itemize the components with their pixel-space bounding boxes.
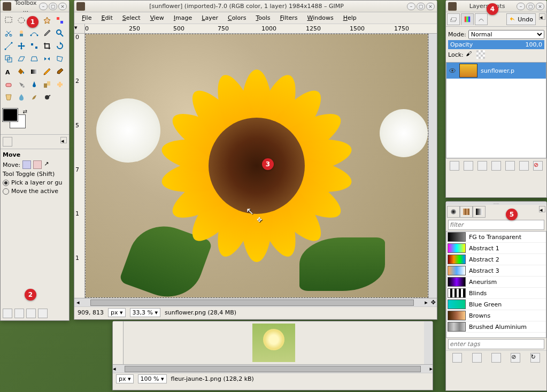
delete-gradient-button[interactable]: ⊘ — [511, 353, 520, 363]
smudge-tool[interactable] — [28, 91, 40, 103]
canvas[interactable] — [124, 321, 424, 364]
blend-tool[interactable] — [28, 66, 40, 78]
crop-tool[interactable] — [41, 40, 53, 52]
toolbox-titlebar[interactable]: Toolbox ... – ▢ × — [1, 1, 69, 12]
radio-move-active[interactable] — [3, 188, 9, 195]
perspective-clone-tool[interactable] — [3, 91, 14, 103]
close-button[interactable]: × — [536, 3, 544, 10]
visibility-icon[interactable] — [449, 67, 456, 74]
mode-select[interactable]: Normal — [468, 30, 544, 39]
rect-select-tool[interactable] — [3, 14, 14, 26]
menu-filters[interactable]: Filters — [276, 13, 302, 22]
layer-group-button[interactable] — [464, 161, 473, 171]
new-layer-button[interactable] — [450, 161, 459, 171]
pencil-tool[interactable] — [41, 66, 53, 78]
ruler-vertical[interactable] — [113, 321, 124, 364]
menu-image[interactable]: Image — [170, 13, 196, 22]
airbrush-tool[interactable] — [16, 79, 27, 90]
menu-colors[interactable]: Colors — [224, 13, 250, 22]
paths-tool[interactable] — [28, 27, 40, 39]
tab-gradients-icon[interactable] — [473, 206, 486, 218]
ellipse-select-tool[interactable] — [16, 14, 27, 26]
anchor-layer-button[interactable] — [519, 161, 529, 171]
delete-options-button[interactable] — [26, 309, 36, 318]
measure-tool[interactable] — [3, 40, 14, 52]
menu-help[interactable]: Help — [339, 13, 361, 22]
scrollbar-vertical[interactable] — [424, 321, 433, 364]
dock-menu-icon[interactable]: ◂ — [539, 13, 545, 20]
opacity-slider[interactable]: Opacity 100,0 — [448, 40, 544, 49]
minimize-button[interactable]: – — [407, 3, 415, 10]
tool-options-tab[interactable] — [3, 137, 12, 147]
tags-input[interactable] — [448, 339, 544, 349]
ruler-horizontal[interactable]: 0 250 500 750 1000 1250 1500 1750 — [85, 24, 437, 34]
move-tool[interactable] — [16, 40, 27, 52]
ruler-corner[interactable]: ▾ — [74, 24, 85, 34]
maximize-button[interactable]: ▢ — [526, 3, 535, 10]
delete-layer-button[interactable]: ⊘ — [533, 161, 543, 171]
undo-button[interactable]: Undo — [506, 13, 536, 25]
minimize-button[interactable]: – — [39, 3, 48, 10]
color-picker-tool[interactable] — [41, 27, 53, 39]
menu-windows[interactable]: Windows — [303, 13, 338, 22]
fg-color-swatch[interactable] — [3, 109, 18, 121]
scale-tool[interactable] — [3, 53, 14, 65]
swap-colors-icon[interactable]: ⇄ — [23, 109, 27, 114]
gradient-item[interactable]: Abstract 2 — [446, 254, 546, 265]
gradient-item[interactable]: Brushed Aluminium — [446, 321, 546, 333]
save-options-button[interactable] — [3, 309, 12, 318]
ruler-vertical[interactable]: 0 2 5 7 1 1 — [74, 34, 85, 298]
gradient-item[interactable]: Browns — [446, 310, 546, 321]
gradient-item[interactable]: Abstract 1 — [446, 243, 546, 254]
main-titlebar[interactable]: [sunflower] (imported)-7.0 (RGB color, 1… — [74, 1, 437, 12]
tab-channels-icon[interactable] — [461, 13, 474, 25]
tab-layers-icon[interactable] — [447, 13, 460, 25]
clone-tool[interactable] — [41, 79, 53, 90]
restore-options-button[interactable] — [14, 309, 24, 318]
move-path-icon[interactable]: ↗ — [44, 160, 52, 169]
filter-input[interactable] — [448, 220, 544, 230]
color-swatches[interactable]: ⇄ — [3, 109, 29, 131]
dock-menu-icon[interactable]: ◂ — [539, 206, 545, 212]
minimize-button[interactable]: – — [517, 3, 525, 10]
rotate-tool[interactable] — [54, 40, 66, 52]
menu-tools[interactable]: Tools — [251, 13, 274, 22]
dodge-tool[interactable] — [41, 91, 53, 103]
scissors-tool[interactable] — [3, 27, 14, 39]
layer-item[interactable]: sunflower.p — [446, 63, 546, 79]
menu-view[interactable]: View — [146, 13, 168, 22]
close-button[interactable]: × — [426, 3, 435, 10]
by-color-select-tool[interactable] — [54, 14, 66, 26]
menu-file[interactable]: File — [78, 13, 96, 22]
move-layer-icon[interactable] — [22, 160, 31, 169]
lower-layer-button[interactable] — [491, 161, 501, 171]
menu-select[interactable]: Select — [118, 13, 145, 22]
nav-icon[interactable]: ✥ — [430, 299, 437, 306]
gradient-item[interactable]: Blue Green — [446, 299, 546, 310]
status-zoom[interactable]: 33,3 % ▾ — [130, 308, 160, 317]
ink-tool[interactable] — [28, 79, 40, 90]
maximize-button[interactable]: ▢ — [417, 3, 425, 10]
tab-patterns-icon[interactable] — [460, 206, 473, 218]
edit-gradient-button[interactable] — [452, 353, 462, 363]
bucket-fill-tool[interactable] — [16, 66, 27, 78]
scrollbar-horizontal[interactable]: ◂▸ — [113, 364, 433, 373]
tab-brushes-icon[interactable] — [447, 206, 460, 218]
maximize-button[interactable]: ▢ — [49, 3, 57, 10]
gradient-item[interactable]: Blinds — [446, 288, 546, 299]
zoom-tool[interactable] — [54, 27, 66, 39]
raise-layer-button[interactable] — [477, 161, 487, 171]
dock-menu-icon[interactable]: ◂ — [60, 137, 67, 143]
scrollbar-vertical[interactable] — [428, 34, 437, 298]
eraser-tool[interactable] — [3, 79, 14, 90]
fuzzy-select-tool[interactable] — [41, 14, 53, 26]
status-unit[interactable]: px ▾ — [108, 308, 126, 317]
gradient-item[interactable]: Aneurism — [446, 276, 546, 288]
align-tool[interactable] — [28, 40, 40, 52]
move-selection-icon[interactable] — [33, 160, 42, 169]
lock-pixels-icon[interactable]: 🖌 — [466, 50, 474, 59]
gradient-item[interactable]: Abstract 3 — [446, 265, 546, 276]
gradient-item[interactable]: FG to Transparent — [446, 232, 546, 243]
text-tool[interactable]: A — [3, 66, 14, 78]
flip-tool[interactable] — [41, 53, 53, 65]
